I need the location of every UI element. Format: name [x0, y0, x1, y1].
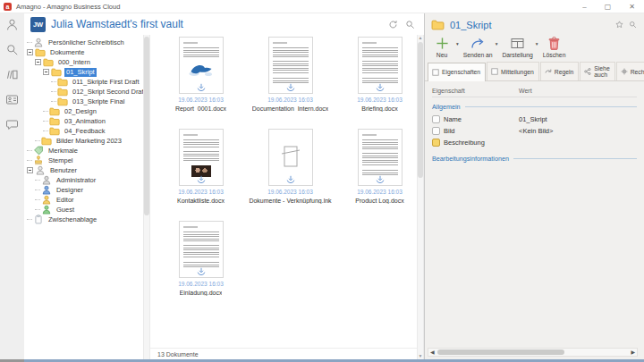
document-item[interactable]: 19.06.2023 16:03Product Log.docx — [336, 129, 417, 204]
horizontal-scrollbar-thumb[interactable] — [437, 349, 564, 355]
tree-item[interactable]: Guest — [24, 205, 143, 215]
property-row[interactable]: Name01_Skript — [432, 114, 637, 125]
documents-status: 13 Dokumente — [150, 348, 417, 359]
document-item[interactable]: 19.06.2023 16:03Briefing.docx — [336, 37, 417, 112]
nav-contacts-button[interactable] — [5, 93, 19, 106]
nav-magnets-button[interactable] — [5, 68, 19, 81]
scroll-right-icon[interactable]: ▶ — [631, 349, 635, 356]
window-controls: –▢✕ — [582, 1, 644, 13]
folder-icon — [41, 136, 52, 146]
editing-info-link[interactable]: Bearbeitungsinformationen — [432, 155, 637, 163]
folder-icon — [49, 116, 60, 126]
tree-item-label: Editor — [55, 196, 76, 205]
tree-item[interactable]: 02_Design — [24, 106, 143, 116]
tree-item-label: 04_Feedback — [63, 127, 106, 136]
tree-item-label: Merkmale — [47, 147, 80, 156]
download-icon[interactable] — [196, 83, 206, 93]
horizontal-scrollbar[interactable]: ◀ ▶ — [428, 348, 638, 357]
minimize-button[interactable]: – — [582, 1, 586, 13]
document-date: 19.06.2023 16:03 — [178, 189, 224, 195]
download-icon[interactable] — [196, 267, 206, 277]
user-outline-icon — [5, 18, 19, 31]
tree-item[interactable]: Dokumente — [24, 47, 143, 57]
thumb-text-lines — [183, 47, 219, 59]
tab-siehe-auch[interactable]: Siehe auch — [580, 62, 614, 80]
expander-icon[interactable] — [27, 49, 33, 55]
properties-panel: 01_Skript Neu▾Senden an▾Darstellung▾Lösc… — [424, 13, 644, 359]
documents-area: 19.06.2023 16:03Report_0001.docx19.06.20… — [150, 35, 417, 359]
tree-item[interactable]: Editor — [24, 195, 143, 205]
download-icon[interactable] — [196, 175, 206, 185]
documents-scrollbar[interactable]: ▲ ▼ — [417, 35, 424, 359]
property-row[interactable]: Bild<Kein Bild> — [432, 125, 637, 137]
maximize-button[interactable]: ▢ — [605, 1, 612, 13]
document-item[interactable]: 19.06.2023 16:03Kontaktliste.docx — [157, 129, 244, 204]
dropdown-arrow-icon[interactable]: ▾ — [536, 41, 538, 46]
new-button[interactable]: Neu — [430, 36, 453, 58]
document-item[interactable]: 19.06.2023 16:03Documentation_Intern.doc… — [247, 37, 334, 112]
download-icon[interactable] — [285, 175, 295, 185]
document-date: 19.06.2023 16:03 — [178, 97, 224, 103]
download-icon[interactable] — [375, 83, 385, 93]
tree-item[interactable]: 01_Skript — [24, 67, 143, 77]
left-nav-rail — [0, 13, 24, 359]
tree-item[interactable]: 04_Feedback — [24, 126, 143, 136]
refresh-icon[interactable] — [388, 20, 398, 29]
tree-item[interactable]: Persönlicher Schreibtisch — [24, 38, 143, 47]
tree-item[interactable]: Designer — [24, 185, 143, 195]
app-window: a Amagno - Amagno Business Cloud –▢✕ JW … — [0, 0, 644, 362]
tree-item[interactable]: Stempel — [24, 156, 143, 165]
documents-scrollbar-thumb[interactable] — [418, 42, 423, 178]
delete-button[interactable]: Löschen — [543, 36, 566, 58]
download-icon[interactable] — [285, 83, 295, 93]
tree-item[interactable]: 011_Skripte First Draft — [24, 77, 143, 87]
tab-mitteilungen[interactable]: Mitteilungen — [487, 62, 539, 80]
search-icon[interactable] — [629, 21, 637, 29]
tree-item-label: 012_Skript Second Draft — [71, 88, 143, 97]
expander-icon[interactable] — [35, 59, 41, 65]
bird-image — [188, 62, 215, 78]
tree-item[interactable]: Merkmale — [24, 146, 143, 156]
tree-item[interactable]: 000_Intern — [24, 57, 143, 67]
send-to-button[interactable]: Senden an — [463, 36, 493, 58]
scroll-left-icon[interactable]: ◀ — [430, 349, 435, 356]
dropdown-arrow-icon[interactable]: ▾ — [456, 41, 459, 46]
tree-item[interactable]: 03_Animation — [24, 116, 143, 126]
document-item[interactable]: 19.06.2023 16:03Report_0001.docx — [157, 37, 244, 112]
expander-icon[interactable] — [27, 167, 33, 173]
tree-scrollbar-thumb[interactable] — [144, 37, 149, 215]
tree-connector — [35, 209, 40, 210]
download-icon[interactable] — [375, 175, 385, 185]
expander-icon[interactable] — [43, 69, 49, 75]
checkbox-icon — [491, 68, 498, 75]
document-item[interactable]: 19.06.2023 16:03Dokumente - Verknüpfung.… — [247, 129, 334, 204]
dropdown-arrow-icon[interactable]: ▾ — [496, 41, 498, 46]
tree-item[interactable]: Benutzer — [24, 165, 143, 175]
document-date: 19.06.2023 16:03 — [267, 189, 313, 195]
tree-item[interactable]: Bilder Marketing 2023 — [24, 136, 143, 146]
view-button[interactable]: Darstellung — [502, 36, 532, 58]
nav-user-button[interactable] — [5, 18, 19, 31]
tree-item[interactable]: Zwischenablage — [24, 215, 143, 224]
close-button[interactable]: ✕ — [629, 1, 635, 13]
property-value: 01_Skript — [519, 115, 547, 123]
property-row[interactable]: Beschreibung — [432, 137, 637, 148]
favorite-star-icon[interactable] — [615, 21, 623, 29]
tab-eigenschaften[interactable]: Eigenschaften — [428, 63, 486, 81]
tree-scrollbar[interactable] — [143, 35, 150, 359]
tree-item[interactable]: 013_Skripte Final — [24, 97, 143, 106]
tab-rechte[interactable]: Rechte — [616, 62, 644, 80]
nav-messages-button[interactable] — [5, 118, 19, 131]
nav-search-button[interactable] — [5, 43, 19, 56]
document-item[interactable]: 19.06.2023 16:03Einladung.docx — [157, 221, 244, 296]
scroll-down-icon[interactable]: ▼ — [419, 353, 423, 359]
tree-item[interactable]: 012_Skript Second Draft — [24, 87, 143, 97]
tree-item[interactable]: Administrator — [24, 175, 143, 185]
scroll-up-icon[interactable]: ▲ — [419, 35, 423, 41]
tree-item-label: 03_Animation — [63, 117, 107, 126]
tab-regeln[interactable]: Regeln — [540, 62, 580, 80]
properties-table: Eigenschaft Wert Allgemein Name01_Skript… — [425, 81, 644, 163]
toolbar-button-label: Löschen — [543, 52, 566, 58]
document-thumbnail — [268, 129, 313, 186]
search-icon[interactable] — [405, 20, 415, 29]
